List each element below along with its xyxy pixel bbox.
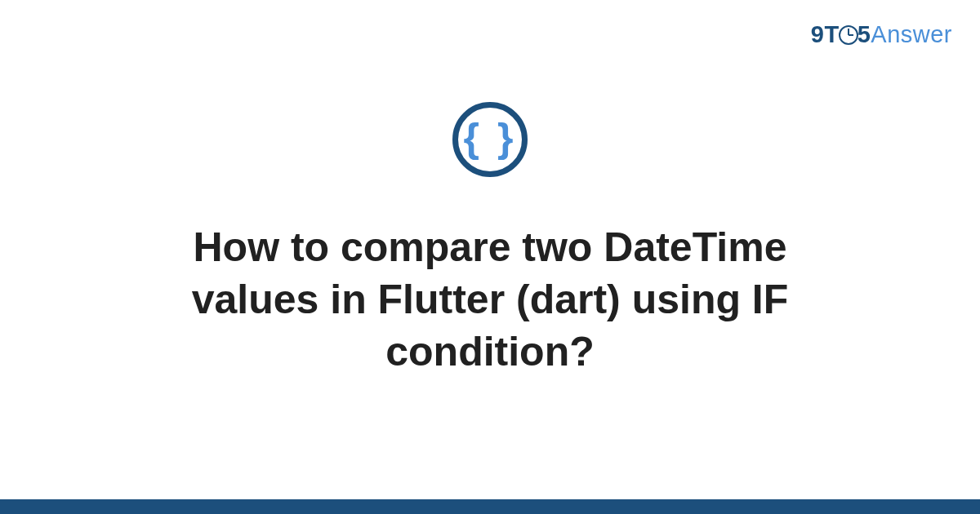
clock-icon — [839, 25, 858, 45]
category-icon-wrapper: { } — [452, 102, 528, 177]
site-logo: 9T5Answer — [811, 21, 952, 48]
logo-t: T — [824, 21, 839, 47]
question-title: How to compare two DateTime values in Fl… — [98, 221, 882, 378]
logo-answer: Answer — [871, 21, 952, 47]
logo-five: 5 — [858, 21, 871, 47]
code-braces-icon: { } — [464, 117, 517, 158]
footer-bar — [0, 499, 980, 514]
main-content: { } How to compare two DateTime values i… — [0, 102, 980, 378]
logo-nine: 9 — [811, 21, 825, 47]
